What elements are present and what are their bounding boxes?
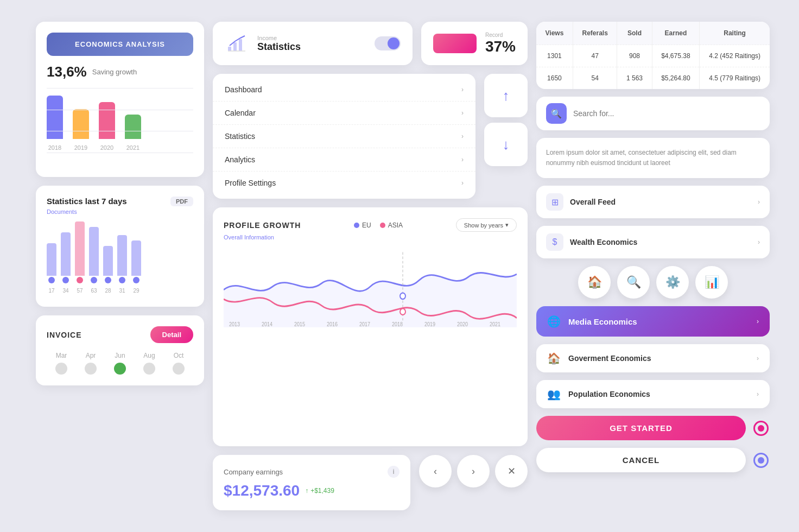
saving-growth-section: 13,6% Saving growth: [47, 64, 193, 80]
record-sub-label: Record: [485, 32, 516, 38]
pink-progress-bar: [433, 34, 477, 53]
search-icon-button[interactable]: 🔍: [617, 266, 650, 299]
month-col: Aug: [143, 352, 155, 375]
month-dot[interactable]: [55, 363, 67, 375]
nav-item-label: Analytics: [225, 155, 255, 164]
media-economics-label: Media Economics: [568, 317, 749, 326]
svg-text:2014: 2014: [262, 321, 273, 327]
income-icon: [225, 31, 249, 55]
month-dot[interactable]: [143, 363, 155, 375]
svg-text:2013: 2013: [229, 321, 240, 327]
action-buttons: ↑ ↓: [484, 74, 528, 199]
nav-item-analytics[interactable]: Analytics›: [213, 148, 475, 172]
chart-icon-button[interactable]: 📊: [695, 266, 728, 299]
company-earnings-card: Company earnings i $12,573.60 ↑ +$1,439: [213, 455, 410, 510]
prev-button[interactable]: ‹: [419, 455, 452, 487]
search-input[interactable]: [573, 109, 760, 118]
month-dots: MarAprJunAugOct: [47, 352, 193, 375]
next-button[interactable]: ›: [457, 455, 490, 487]
nav-item-dashboard[interactable]: Dashboard›: [213, 78, 475, 102]
stats-7days-header: Statistics last 7 days PDF: [47, 197, 193, 206]
month-label: Oct: [174, 352, 184, 359]
govt-economics-item[interactable]: 🏠 Goverment Economics ›: [536, 344, 770, 372]
chevron-right-icon: ›: [461, 86, 464, 93]
dot-bar-inner: [89, 227, 99, 283]
economics-analysis-header: ECONOMICS ANALYSIS: [47, 33, 193, 56]
table-row: 1650541 563$5,264.804.5 (779 Raitings): [536, 67, 770, 90]
month-dot[interactable]: [85, 363, 97, 375]
dot: [91, 277, 97, 283]
table-cell: 1650: [536, 67, 573, 90]
invoice-card: INVOICE Detail MarAprJunAugOct: [36, 315, 204, 385]
toggle-switch[interactable]: [375, 36, 401, 50]
chevron-right-icon: ›: [461, 132, 464, 140]
chevron-right-icon: ›: [758, 238, 760, 246]
bar-chart-wrapper: 2018201920202021: [47, 88, 193, 166]
stats-7days-card: Statistics last 7 days PDF Documents 173…: [36, 186, 204, 307]
people-icon: 👥: [547, 388, 561, 401]
nav-item-statistics[interactable]: Statistics›: [213, 125, 475, 148]
population-economics-item[interactable]: 👥 Population Economics ›: [536, 380, 770, 408]
dot-bar-rect: [89, 227, 99, 276]
svg-rect-1: [233, 42, 237, 51]
grid-lines: [47, 88, 193, 153]
month-col: Apr: [85, 352, 97, 375]
dot-bar-value-label: 34: [62, 288, 68, 294]
settings-icon-button[interactable]: ⚙️: [656, 266, 689, 299]
eu-dot: [354, 223, 359, 228]
upload-icon: ↑: [503, 87, 510, 104]
search-icon: 🔍: [551, 109, 562, 119]
income-main-label: Statistics: [257, 41, 301, 53]
radio-outer: [753, 421, 769, 436]
dot-bar-value-label: 28: [105, 288, 111, 294]
invoice-section: INVOICE Detail: [47, 326, 193, 343]
month-dot[interactable]: [173, 363, 185, 375]
chevron-right-icon: ›: [461, 179, 464, 187]
grid-line: [47, 110, 193, 110]
overall-feed-label: Overall Feed: [570, 198, 758, 206]
detail-button[interactable]: Detail: [150, 326, 193, 343]
govt-economics-label: Goverment Economics: [568, 354, 749, 363]
table-cell: $4,675.38: [652, 45, 700, 67]
upload-button[interactable]: ↑: [484, 74, 528, 117]
chevron-right-icon: ›: [757, 354, 759, 362]
pg-header: PROFILE GROWTH EU ASIA Show by years ▾: [224, 218, 517, 232]
dot: [119, 277, 125, 283]
get-started-radio: [752, 420, 770, 437]
top-row: Income Statistics Record 37%: [213, 22, 528, 65]
change-value: +$1,439: [310, 487, 334, 495]
company-change: ↑ +$1,439: [305, 487, 334, 495]
company-amount: $12,573.60: [224, 482, 300, 499]
overall-feed-item[interactable]: ⊞ Overall Feed ›: [536, 186, 770, 218]
table-row: 130147908$4,675.384.2 (452 Raitings): [536, 45, 770, 67]
dot-bar-rect: [61, 232, 71, 276]
cancel-radio: [752, 452, 770, 469]
table-cell: 54: [573, 67, 617, 90]
cancel-button[interactable]: CANCEL: [536, 448, 746, 472]
bottom-buttons: GET STARTED: [536, 416, 770, 440]
wealth-economics-item[interactable]: $ Wealth Economics ›: [536, 226, 770, 258]
month-col: Mar: [55, 352, 67, 375]
nav-item-label: Statistics: [225, 132, 255, 141]
table-header-raiting: Raiting: [700, 22, 770, 45]
month-dot[interactable]: [114, 363, 126, 375]
nav-item-profile-settings[interactable]: Profile Settings›: [213, 172, 475, 194]
toggle-knob: [388, 37, 400, 49]
table-header-referals: Referals: [573, 22, 617, 45]
dot: [105, 277, 111, 283]
profile-growth-chart: 2013 2014 2015 2016 2017 2018 2019 2020 …: [224, 246, 517, 327]
close-button[interactable]: ✕: [495, 455, 528, 487]
download-button[interactable]: ↓: [484, 123, 528, 166]
table-header-sold: Sold: [617, 22, 652, 45]
cancel-buttons: CANCEL: [536, 448, 770, 472]
nav-item-calendar[interactable]: Calendar›: [213, 102, 475, 125]
get-started-button[interactable]: GET STARTED: [536, 416, 746, 440]
dot-bar-rect: [75, 221, 85, 276]
home-icon-button[interactable]: 🏠: [578, 266, 611, 299]
chevron-down-icon: ▾: [505, 221, 509, 229]
svg-text:2019: 2019: [424, 321, 435, 327]
show-by-years-button[interactable]: Show by years ▾: [456, 218, 517, 232]
profile-growth-card: PROFILE GROWTH EU ASIA Show by years ▾: [213, 207, 528, 446]
record-percent: 37%: [485, 38, 516, 55]
media-economics-button[interactable]: 🌐 Media Economics ›: [536, 306, 770, 337]
